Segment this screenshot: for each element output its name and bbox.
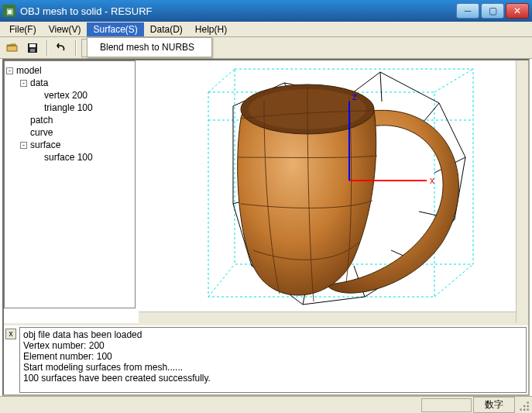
tree-node[interactable]: vertex 200 bbox=[6, 89, 133, 102]
app-icon: ▣ bbox=[3, 5, 15, 17]
tree-node[interactable]: curve bbox=[6, 126, 133, 139]
tree-node[interactable]: triangle 100 bbox=[6, 102, 133, 114]
status-bar: 数字 bbox=[0, 396, 532, 413]
open-button[interactable] bbox=[3, 39, 22, 57]
svg-rect-10 bbox=[520, 408, 522, 410]
menu-surface[interactable]: Surface(S) bbox=[87, 22, 143, 36]
undo-button[interactable] bbox=[52, 39, 70, 57]
svg-rect-7 bbox=[527, 401, 529, 403]
surface-submenu: Blend mesh to NURBS bbox=[87, 37, 212, 57]
log-line: Element number: 100 bbox=[23, 351, 523, 362]
status-cell bbox=[421, 398, 472, 412]
tree-expander-icon[interactable]: - bbox=[20, 142, 27, 149]
save-button[interactable] bbox=[23, 39, 42, 57]
title-bar: ▣ OBJ mesh to solid - RESURF ─ ▢ ✕ bbox=[0, 0, 532, 22]
menu-view[interactable]: View(V) bbox=[43, 22, 88, 36]
tree-label: curve bbox=[30, 127, 53, 138]
log-close-button[interactable]: x bbox=[5, 329, 16, 339]
viewport-scrollbar-vertical[interactable] bbox=[516, 60, 528, 324]
svg-rect-2 bbox=[30, 49, 35, 52]
toolbar-separator bbox=[75, 40, 76, 56]
svg-rect-8 bbox=[523, 405, 525, 407]
tree-label: surface 100 bbox=[44, 152, 93, 163]
menu-file[interactable]: File(F) bbox=[3, 22, 43, 36]
axis-x-label: x bbox=[430, 175, 434, 186]
close-button[interactable]: ✕ bbox=[506, 3, 529, 19]
resize-grip[interactable] bbox=[517, 398, 530, 412]
tree-expander-icon[interactable]: - bbox=[20, 80, 27, 87]
svg-rect-12 bbox=[527, 408, 529, 410]
tree-node[interactable]: surface 100 bbox=[6, 151, 133, 163]
log-line: Start modeling surfaces from mesh...... bbox=[23, 362, 523, 373]
toolbar: ◄ ► ▲ ▼ bbox=[0, 37, 532, 59]
tree-node[interactable]: patch bbox=[6, 114, 133, 126]
minimize-button[interactable]: ─ bbox=[456, 3, 479, 19]
tree-node[interactable]: -model bbox=[6, 64, 133, 77]
menu-help[interactable]: Help(H) bbox=[189, 22, 233, 36]
tree-label: model bbox=[16, 65, 42, 76]
tree-node[interactable]: -data bbox=[6, 77, 133, 89]
3d-viewport[interactable]: x z bbox=[139, 60, 528, 324]
viewport-scrollbar-horizontal[interactable] bbox=[139, 311, 516, 324]
log-line: 100 surfaces have been created successfu… bbox=[23, 373, 523, 384]
tree-node[interactable]: -surface bbox=[6, 139, 133, 151]
menu-blend-mesh-to-nurbs[interactable]: Blend mesh to NURBS bbox=[89, 40, 210, 55]
tree-label: vertex 200 bbox=[44, 90, 88, 101]
window-title: OBJ mesh to solid - RESURF bbox=[20, 5, 455, 17]
svg-rect-9 bbox=[527, 405, 529, 407]
status-numlock: 数字 bbox=[473, 397, 515, 413]
model-tree[interactable]: -model-datavertex 200triangle 100patchcu… bbox=[4, 60, 136, 308]
menu-bar: File(F) View(V) Surface(S) Data(D) Help(… bbox=[0, 22, 532, 37]
axis-z-label: z bbox=[352, 91, 357, 102]
svg-rect-1 bbox=[29, 44, 36, 47]
tree-label: data bbox=[30, 77, 48, 88]
svg-rect-11 bbox=[523, 408, 525, 410]
tree-label: triangle 100 bbox=[44, 102, 93, 113]
tree-label: patch bbox=[30, 115, 53, 126]
tree-label: surface bbox=[30, 139, 60, 150]
log-panel: x obj file data has been loadedVertex nu… bbox=[4, 323, 528, 394]
log-output[interactable]: obj file data has been loadedVertex numb… bbox=[19, 327, 527, 393]
log-line: Vertex number: 200 bbox=[23, 340, 523, 351]
client-area: -model-datavertex 200triangle 100patchcu… bbox=[2, 59, 530, 396]
toolbar-separator bbox=[46, 40, 47, 56]
menu-data[interactable]: Data(D) bbox=[144, 22, 189, 36]
maximize-button[interactable]: ▢ bbox=[481, 3, 504, 19]
log-line: obj file data has been loaded bbox=[23, 329, 523, 340]
tree-expander-icon[interactable]: - bbox=[6, 67, 13, 74]
